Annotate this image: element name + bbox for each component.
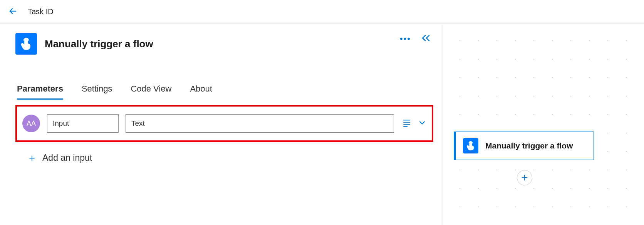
add-input-label: Add an input <box>42 153 92 163</box>
input-row-highlight: AA <box>15 105 433 142</box>
plus-icon: ＋ <box>27 151 37 165</box>
tab-about[interactable]: About <box>190 82 212 100</box>
add-input-button[interactable]: ＋ Add an input <box>27 151 433 165</box>
dynamic-content-icon[interactable] <box>402 118 411 128</box>
canvas-trigger-card[interactable]: Manually trigger a flow <box>454 132 594 160</box>
back-arrow-icon[interactable] <box>8 6 18 18</box>
panel-title: Manually trigger a flow <box>45 38 153 50</box>
panel-header: Manually trigger a flow <box>15 33 433 55</box>
tab-settings[interactable]: Settings <box>82 82 112 100</box>
flow-canvas[interactable]: Manually trigger a flow <box>443 24 644 225</box>
tab-parameters[interactable]: Parameters <box>17 82 63 100</box>
input-value-field[interactable] <box>126 114 394 133</box>
tab-bar: Parameters Settings Code View About <box>17 82 433 100</box>
chevron-down-icon[interactable] <box>418 118 426 128</box>
collapse-panel-icon[interactable] <box>421 34 431 44</box>
canvas-card-label: Manually trigger a flow <box>485 140 573 151</box>
trigger-touch-icon <box>15 33 37 55</box>
main-area: Manually trigger a flow ••• Parameters S… <box>0 24 644 225</box>
page-title: Task ID <box>28 7 54 16</box>
panel-actions: ••• <box>400 34 431 44</box>
more-options-icon[interactable]: ••• <box>400 34 411 44</box>
top-bar: Task ID <box>0 0 644 24</box>
text-type-badge-icon: AA <box>22 115 40 132</box>
input-name-field[interactable] <box>47 114 119 133</box>
tab-code-view[interactable]: Code View <box>131 82 171 100</box>
config-panel: Manually trigger a flow ••• Parameters S… <box>0 24 443 225</box>
add-step-button[interactable] <box>517 170 532 185</box>
trigger-touch-icon <box>463 138 478 153</box>
